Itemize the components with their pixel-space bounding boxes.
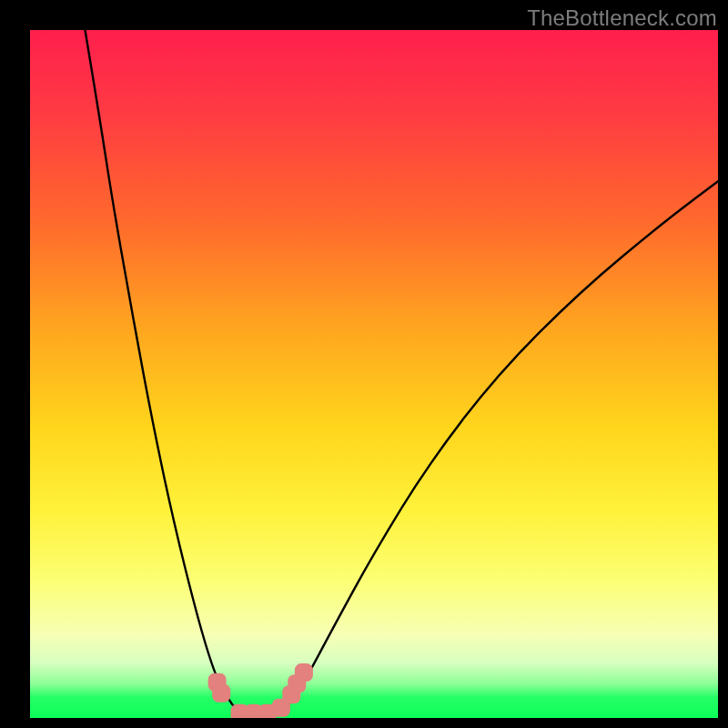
critical-marker: [295, 663, 313, 682]
chart-container: TheBottleneck.com: [0, 0, 728, 728]
watermark-text: TheBottleneck.com: [527, 5, 717, 31]
plot-area: [30, 30, 718, 718]
bottleneck-curve: [86, 30, 719, 714]
critical-zone-markers: [208, 663, 313, 718]
chart-svg: [30, 30, 718, 718]
critical-marker: [212, 684, 230, 703]
